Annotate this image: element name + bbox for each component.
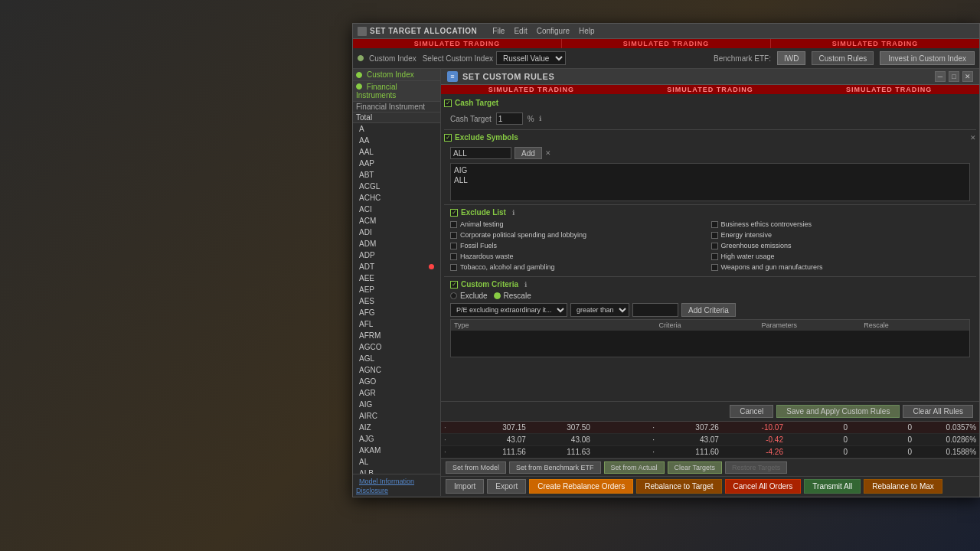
rebalance-to-target-button[interactable]: Rebalance to Target <box>636 479 721 494</box>
criteria-type-select[interactable]: P/E excluding extraordinary it... <box>450 303 567 317</box>
menu-file[interactable]: File <box>492 27 505 35</box>
menu-bar[interactable]: File Edit Configure Help <box>492 27 594 35</box>
menu-edit[interactable]: Edit <box>514 27 527 35</box>
list-item[interactable]: ABT <box>353 169 440 181</box>
energy-intensive-check[interactable] <box>711 232 718 239</box>
business-ethics-check[interactable] <box>711 221 718 228</box>
list-item[interactable]: AGR <box>353 387 440 399</box>
set-from-model-button[interactable]: Set from Model <box>446 461 506 474</box>
list-item[interactable]: AAP <box>353 158 440 169</box>
list-item[interactable]: AGNC <box>353 364 440 376</box>
clear-targets-button[interactable]: Clear Targets <box>668 461 722 474</box>
criteria-value-input[interactable] <box>632 303 678 317</box>
list-item[interactable]: AFRM <box>353 330 440 341</box>
cancel-button[interactable]: Cancel <box>730 405 773 418</box>
cash-target-label: Cash Target <box>450 115 492 123</box>
cash-target-row: Cash Target % ℹ <box>444 111 976 126</box>
menu-configure[interactable]: Configure <box>537 27 570 35</box>
symbol-input[interactable] <box>450 147 511 159</box>
set-from-actual-button[interactable]: Set from Actual <box>604 461 665 474</box>
list-item[interactable]: AES <box>353 295 440 307</box>
list-item[interactable]: AFG <box>353 307 440 318</box>
menu-help[interactable]: Help <box>579 27 595 35</box>
exclude-radio[interactable] <box>450 292 457 299</box>
invest-button[interactable]: Invest in Custom Index <box>880 51 975 65</box>
iwd-button[interactable]: IWD <box>777 51 805 65</box>
list-item[interactable]: ADP <box>353 249 440 261</box>
list-item[interactable]: AKAM <box>353 445 440 456</box>
list-item[interactable]: AFL <box>353 318 440 330</box>
animal-testing-check[interactable] <box>450 221 457 228</box>
main-content: Custom Index Financial Instruments Finan… <box>353 69 979 496</box>
rescale-radio[interactable] <box>494 292 501 299</box>
list-item[interactable]: ACGL <box>353 181 440 192</box>
add-symbol-button[interactable]: Add <box>514 147 542 159</box>
custom-index-header: Custom Index <box>353 69 440 81</box>
export-button[interactable]: Export <box>487 479 526 494</box>
weapons-check[interactable] <box>711 264 718 271</box>
fi-sub-header: Financial Instrument <box>353 102 440 112</box>
maximize-button[interactable]: □ <box>949 71 959 82</box>
panel-icon: ≡ <box>447 71 458 82</box>
restore-targets-button[interactable]: Restore Targets <box>725 461 787 474</box>
exclude-list-checkbox[interactable] <box>450 209 458 217</box>
list-item[interactable]: ACI <box>353 204 440 215</box>
corp-political-check[interactable] <box>450 232 457 239</box>
list-item[interactable]: AAL <box>353 146 440 158</box>
list-item[interactable]: ADM <box>353 238 440 249</box>
tobacco-check[interactable] <box>450 264 457 271</box>
dialog-footer: Cancel Save and Apply Custom Rules Clear… <box>441 401 979 421</box>
save-apply-button[interactable]: Save and Apply Custom Rules <box>776 405 900 418</box>
list-item[interactable]: ACHC <box>353 192 440 204</box>
exclude-symbols-checkbox[interactable] <box>444 134 452 142</box>
exclude-item: Business ethics controversies <box>711 220 971 229</box>
rescale-radio-group: Rescale <box>494 292 531 300</box>
cash-target-checkbox[interactable] <box>444 99 452 107</box>
water-check[interactable] <box>711 253 718 260</box>
list-item[interactable]: AEP <box>353 284 440 295</box>
list-item[interactable]: AGO <box>353 376 440 387</box>
dialog-sim-banner: SIMULATED TRADING SIMULATED TRADING SIMU… <box>441 85 979 94</box>
close-button[interactable]: ✕ <box>962 71 973 82</box>
rebalance-to-max-button[interactable]: Rebalance to Max <box>864 479 942 494</box>
fossil-fuels-check[interactable] <box>450 243 457 249</box>
custom-rules-button[interactable]: Custom Rules <box>812 51 874 65</box>
list-item[interactable]: AGL <box>353 353 440 364</box>
cancel-all-button[interactable]: Cancel All Orders <box>725 479 802 494</box>
exclude-symbols-row: Add ✕ <box>444 145 976 161</box>
instrument-items[interactable]: A AA AAL AAP ABT ACGL ACHC ACI ACM ADI A… <box>353 123 440 474</box>
list-item[interactable]: AGCO <box>353 341 440 353</box>
custom-index-radio[interactable] <box>358 55 364 61</box>
custom-index-select[interactable]: Russell Value <box>496 51 566 65</box>
import-button[interactable]: Import <box>446 479 484 494</box>
list-item[interactable]: AL <box>353 456 440 468</box>
list-item[interactable]: ADT <box>353 261 440 272</box>
list-item[interactable]: ALB <box>353 468 440 474</box>
list-item[interactable]: AIZ <box>353 422 440 433</box>
panel-title: SET CUSTOM RULES <box>462 72 930 81</box>
criteria-col-header: Criteria <box>659 321 762 329</box>
transmit-all-button[interactable]: Transmit All <box>804 479 861 494</box>
set-from-benchmark-button[interactable]: Set from Benchmark ETF <box>509 461 601 474</box>
list-item[interactable]: ACM <box>353 215 440 227</box>
create-rebalance-button[interactable]: Create Rebalance Orders <box>529 479 633 494</box>
list-item[interactable]: AEE <box>353 272 440 284</box>
parameters-col-header: Parameters <box>761 321 864 329</box>
list-item[interactable]: AA <box>353 135 440 146</box>
hazardous-check[interactable] <box>450 253 457 260</box>
cash-target-input[interactable] <box>496 112 523 125</box>
list-item[interactable]: AIRC <box>353 410 440 422</box>
model-info-link[interactable]: Model Information Disclosure <box>356 477 414 495</box>
greenhouse-check[interactable] <box>711 243 718 249</box>
list-item[interactable]: ADI <box>353 227 440 238</box>
list-item[interactable]: AIG <box>353 399 440 410</box>
list-item[interactable]: AJG <box>353 433 440 445</box>
clear-all-button[interactable]: Clear All Rules <box>903 405 973 418</box>
add-criteria-button[interactable]: Add Criteria <box>681 303 736 317</box>
criteria-operator-select[interactable]: greater than <box>570 303 629 317</box>
minimize-button[interactable]: ─ <box>935 71 946 82</box>
list-item[interactable]: A <box>353 123 440 135</box>
custom-criteria-checkbox[interactable] <box>450 281 458 289</box>
sim-banner-2: SIMULATED TRADING <box>561 39 770 48</box>
exclude-item: Weapons and gun manufacturers <box>711 262 971 272</box>
